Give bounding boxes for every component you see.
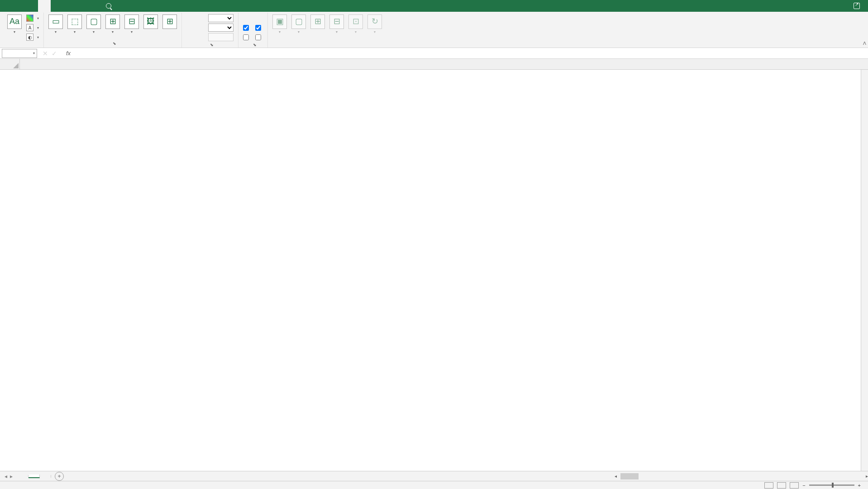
page-setup-launcher[interactable]: ⬊ bbox=[112, 41, 117, 46]
select-all-button[interactable] bbox=[0, 59, 20, 69]
margins-button[interactable]: ▭▾ bbox=[47, 14, 65, 35]
gridlines-label bbox=[241, 14, 253, 23]
headings-print-check[interactable] bbox=[255, 34, 261, 40]
formula-input[interactable] bbox=[74, 50, 868, 57]
tab-formeln[interactable] bbox=[51, 0, 63, 12]
width-select[interactable] bbox=[208, 14, 234, 22]
group-icon: ⊡ bbox=[348, 14, 363, 29]
selection-pane-button: ⊞ bbox=[309, 14, 327, 31]
tab-datei[interactable] bbox=[0, 0, 13, 12]
zoom-in-button[interactable]: + bbox=[858, 483, 861, 488]
scroll-left-icon[interactable]: ◂ bbox=[615, 474, 617, 479]
fx-icon[interactable]: fx bbox=[62, 50, 74, 57]
height-select[interactable] bbox=[208, 24, 234, 32]
tab-start[interactable] bbox=[13, 0, 25, 12]
headings-label bbox=[253, 14, 265, 23]
size-icon: ▢ bbox=[86, 14, 101, 29]
menu-tabs bbox=[0, 0, 101, 12]
scroll-right-icon[interactable]: ▸ bbox=[866, 474, 868, 479]
margins-icon: ▭ bbox=[48, 14, 63, 29]
gridlines-view-check[interactable] bbox=[243, 25, 249, 31]
background-icon: 🖼 bbox=[143, 14, 158, 29]
group-button: ⊡▾ bbox=[347, 14, 365, 35]
sheet-tab-bar: ◂ ▸ + ◂ ▸ bbox=[0, 471, 868, 481]
colors-icon bbox=[26, 14, 33, 22]
sheet-tab-2[interactable] bbox=[40, 475, 51, 478]
share-icon bbox=[854, 3, 860, 9]
tab-ansicht[interactable] bbox=[89, 0, 101, 12]
sheet-tab-1[interactable] bbox=[29, 475, 40, 478]
bring-forward-icon: ▣ bbox=[272, 14, 287, 29]
name-box[interactable]: ▾ bbox=[2, 49, 37, 58]
title-bar bbox=[0, 0, 868, 12]
themes-button[interactable]: Aa ▾ bbox=[5, 14, 24, 35]
formula-bar: ▾ ✕ ✓ fx bbox=[0, 48, 868, 59]
page-break-view-button[interactable] bbox=[790, 482, 799, 489]
tab-ueberpruefen[interactable] bbox=[76, 0, 89, 12]
print-area-icon: ⊞ bbox=[105, 14, 120, 29]
orientation-icon: ⬚ bbox=[67, 14, 82, 29]
ribbon: Aa ▾ ▾ A▾ ◐▾ ▭▾ ⬚▾ ▢▾ ⊞▾ ⊟▾ 🖼 ⊞ ⬊ bbox=[0, 12, 868, 48]
background-button[interactable]: 🖼 bbox=[142, 14, 160, 31]
orientation-button[interactable]: ⬚▾ bbox=[66, 14, 84, 35]
colors-button[interactable]: ▾ bbox=[24, 14, 41, 23]
fonts-icon: A bbox=[26, 24, 33, 31]
collapse-ribbon-icon[interactable]: ᐱ bbox=[863, 41, 866, 46]
send-backward-button: ▢▾ bbox=[290, 14, 308, 35]
align-icon: ⊟ bbox=[329, 14, 344, 29]
scale-launcher[interactable]: ⬊ bbox=[210, 43, 214, 47]
size-button[interactable]: ▢▾ bbox=[85, 14, 103, 35]
search-icon bbox=[106, 3, 111, 9]
tab-daten[interactable] bbox=[63, 0, 76, 12]
group-designs bbox=[5, 45, 41, 47]
rotate-icon: ↻ bbox=[367, 14, 382, 29]
bring-forward-button: ▣▾ bbox=[271, 14, 289, 35]
chevron-down-icon: ▾ bbox=[33, 51, 35, 55]
chevron-down-icon: ▾ bbox=[14, 30, 15, 34]
sheet-opts-launcher[interactable]: ⬊ bbox=[253, 43, 257, 47]
tab-einfuegen[interactable] bbox=[25, 0, 38, 12]
spreadsheet-grid: ✦ bbox=[0, 59, 868, 476]
horizontal-scrollbar[interactable]: ◂ ▸ bbox=[615, 473, 868, 480]
rotate-button: ↻▾ bbox=[366, 14, 384, 35]
scroll-thumb[interactable] bbox=[620, 473, 639, 479]
scale-input bbox=[208, 33, 234, 41]
zoom-out-button[interactable]: − bbox=[802, 483, 805, 488]
tab-seitenlayout[interactable] bbox=[38, 0, 51, 12]
align-button: ⊟▾ bbox=[328, 14, 346, 35]
tell-me-search[interactable] bbox=[106, 3, 114, 9]
gridlines-print-check[interactable] bbox=[243, 34, 249, 40]
page-layout-view-button[interactable] bbox=[777, 482, 786, 489]
themes-icon: Aa bbox=[7, 14, 22, 29]
print-area-button[interactable]: ⊞▾ bbox=[104, 14, 122, 35]
send-backward-icon: ▢ bbox=[291, 14, 306, 29]
fonts-button[interactable]: A▾ bbox=[24, 23, 41, 32]
breaks-icon: ⊟ bbox=[124, 14, 139, 29]
sheet-nav-prev-icon[interactable]: ◂ bbox=[5, 473, 7, 479]
print-titles-button[interactable]: ⊞ bbox=[161, 14, 179, 31]
cancel-formula-icon[interactable]: ✕ bbox=[43, 50, 48, 57]
zoom-slider[interactable] bbox=[809, 484, 854, 486]
accept-formula-icon[interactable]: ✓ bbox=[52, 50, 57, 57]
vertical-scrollbar[interactable] bbox=[861, 70, 868, 471]
effects-icon: ◐ bbox=[26, 34, 33, 41]
breaks-button[interactable]: ⊟▾ bbox=[123, 14, 141, 35]
print-titles-icon: ⊞ bbox=[162, 14, 177, 29]
group-arrange bbox=[271, 45, 384, 47]
selection-pane-icon: ⊞ bbox=[310, 14, 325, 29]
sheet-nav-next-icon[interactable]: ▸ bbox=[10, 473, 13, 479]
sheet-tab-0[interactable] bbox=[17, 475, 29, 478]
normal-view-button[interactable] bbox=[764, 482, 773, 489]
add-sheet-button[interactable]: + bbox=[55, 472, 64, 481]
effects-button[interactable]: ◐▾ bbox=[24, 33, 41, 42]
headings-view-check[interactable] bbox=[255, 25, 261, 31]
status-bar: − + bbox=[0, 481, 868, 489]
